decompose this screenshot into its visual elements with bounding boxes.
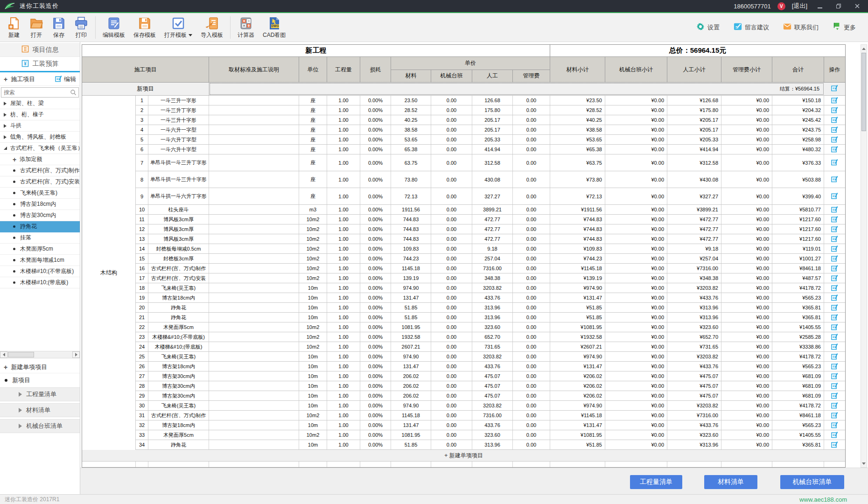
toolbar-button-edit-template[interactable]: 编辑模板 — [98, 14, 129, 41]
tree-item[interactable]: 戗角、博风板、封檐板 — [0, 132, 80, 143]
row-edit-button[interactable] — [824, 115, 845, 125]
row-edit-button[interactable] — [824, 293, 845, 302]
toolbar-button-save-template[interactable]: 保存模板 — [129, 14, 160, 41]
vip-badge[interactable]: V — [777, 2, 785, 10]
toolbar-button-mail[interactable]: 联系我们 — [783, 22, 819, 32]
tree-item[interactable]: 飞来椅(吴王靠) — [0, 188, 80, 199]
toolbar-button-gear[interactable]: 设置 — [696, 22, 720, 32]
toolbar-button-save[interactable]: 保存 — [48, 14, 70, 41]
row-edit-button[interactable] — [824, 332, 845, 342]
tree-item[interactable]: 博古架18cm内 — [0, 199, 80, 210]
sidebar-item-quantity-list[interactable]: 工程量清单 — [0, 387, 80, 401]
row-edit-button[interactable] — [824, 362, 845, 371]
table-row[interactable]: 29博古架30cm内10m1.000.00%206.020.00475.070.… — [136, 391, 845, 401]
toolbar-button-import-template[interactable]: 导入模板 — [196, 14, 227, 41]
row-edit-button[interactable] — [824, 430, 845, 440]
sidebar-horizontal-scrollbar[interactable] — [0, 351, 80, 358]
restore-button[interactable] — [833, 1, 845, 11]
minimize-button[interactable] — [814, 1, 826, 11]
project-summary-row[interactable]: 新项目 结算：¥56964.15 — [82, 83, 845, 96]
row-edit-button[interactable] — [824, 171, 845, 188]
table-row[interactable]: 16古式栏杆(宫、万式)制作10m21.000.00%1145.180.0073… — [136, 264, 845, 273]
scroll-down-button[interactable] — [861, 460, 867, 467]
tree-item[interactable]: 枋、桁、椽子 — [0, 109, 80, 120]
scroll-left-button[interactable] — [0, 351, 7, 358]
add-construction-item-button[interactable]: 施工项目 — [11, 75, 35, 84]
row-edit-button[interactable] — [824, 342, 845, 351]
toolbar-button-new-doc[interactable]: 新建 — [3, 14, 25, 41]
row-edit-button[interactable] — [824, 254, 845, 263]
scroll-up-button[interactable] — [861, 45, 867, 52]
table-row[interactable]: 18飞来椅(吴王靠)10m1.000.00%974.900.003203.820… — [136, 283, 845, 293]
table-row[interactable]: 34踭角花10m1.000.00%51.850.00313.960.00¥51.… — [136, 440, 845, 450]
table-row[interactable]: 20踭角花10m1.000.00%51.850.00313.960.00¥51.… — [136, 303, 845, 313]
row-edit-button[interactable] — [824, 420, 845, 430]
table-row[interactable]: 30飞来椅(吴王靠)10m1.000.00%974.900.003203.820… — [136, 401, 845, 411]
table-row[interactable]: 5一斗六升丁字型座1.000.00%53.650.00205.330.00¥53… — [136, 135, 845, 145]
tree-item[interactable]: 屋架、柱、梁 — [0, 98, 80, 109]
row-edit-button[interactable] — [824, 135, 845, 144]
tree-item-selected[interactable]: 踭角花 — [0, 221, 80, 232]
table-row[interactable]: 1一斗三升一字形座1.000.00%23.500.00126.680.00¥23… — [136, 96, 845, 105]
row-edit-button[interactable] — [824, 205, 845, 214]
project-row-settlement-cell[interactable]: 结算：¥56964.15 — [209, 83, 824, 95]
row-edit-button[interactable] — [824, 264, 845, 273]
scroll-right-button[interactable] — [72, 351, 80, 358]
row-edit-button[interactable] — [824, 303, 845, 312]
toolbar-button-cad-viewer[interactable]: DWGCAD看图 — [259, 14, 290, 41]
row-edit-button[interactable] — [824, 234, 845, 244]
row-edit-button[interactable] — [824, 401, 845, 410]
tree-item[interactable]: 木凳面厚5cm — [0, 244, 80, 255]
table-vertical-scrollbar[interactable] — [861, 44, 867, 468]
toolbar-button-open-folder[interactable]: 打开 — [25, 14, 48, 41]
row-edit-button[interactable] — [824, 313, 845, 322]
row-edit-button[interactable] — [824, 283, 845, 293]
row-edit-button[interactable] — [824, 273, 845, 283]
table-row[interactable]: 11博风板3cm厚10m21.000.00%744.830.00472.770.… — [136, 215, 845, 224]
table-row[interactable]: 23木楼梯&#10;(不带底板)10m21.000.00%1932.580.00… — [136, 332, 845, 342]
row-edit-button[interactable] — [824, 411, 845, 420]
toolbar-button-open-template[interactable]: 打开模板 — [160, 14, 196, 41]
add-single-project-button[interactable]: + 新建单项项目 — [0, 361, 80, 373]
project-row-edit-button[interactable] — [824, 83, 845, 95]
row-edit-button[interactable] — [824, 105, 845, 115]
row-edit-button[interactable] — [824, 96, 845, 105]
tree-item[interactable]: 木凳面每增减1cm — [0, 255, 80, 266]
table-row[interactable]: 21踭角花10m1.000.00%51.850.00313.960.00¥51.… — [136, 313, 845, 322]
tree-item[interactable]: 古式栏杆(宫、万式)制作 — [0, 165, 80, 176]
tree-item[interactable]: 木楼梯#10;(不带底板) — [0, 266, 80, 277]
material-list-button[interactable]: 材料清单 — [704, 475, 757, 489]
row-edit-button[interactable] — [824, 440, 845, 449]
toolbar-button-feedback[interactable]: 留言建议 — [734, 22, 769, 32]
row-edit-button[interactable] — [824, 145, 845, 154]
sidebar-item-machine-list[interactable]: 机械台班清单 — [0, 419, 80, 433]
table-row[interactable]: 2一斗三升丁字形座1.000.00%28.520.00175.800.00¥28… — [136, 105, 845, 115]
row-edit-button[interactable] — [824, 224, 845, 234]
edit-tree-button[interactable]: 编辑 — [55, 75, 76, 84]
tree-item[interactable]: +添加定额 — [0, 154, 80, 165]
row-edit-button[interactable] — [824, 244, 845, 253]
table-row[interactable]: 13博风板3cm厚10m21.000.00%744.830.00472.770.… — [136, 234, 845, 244]
table-row[interactable]: 17古式栏杆(宫、万式)安装10m21.000.00%139.190.00348… — [136, 273, 845, 283]
table-row[interactable]: 4一斗六升一字型座1.000.00%38.580.00205.170.00¥38… — [136, 125, 845, 135]
tab-budget[interactable]: ¥ 工装预算 — [0, 57, 80, 71]
table-row[interactable]: 15封檐板3cm厚10m21.000.00%744.230.00257.040.… — [136, 254, 845, 264]
tab-project-info[interactable]: 项目信息 — [0, 43, 80, 57]
row-edit-button[interactable] — [824, 125, 845, 134]
row-edit-button[interactable] — [824, 215, 845, 224]
table-row[interactable]: 25飞来椅(吴王靠)10m1.000.00%974.900.003203.820… — [136, 352, 845, 362]
table-row[interactable]: 14封檐板每增减0.5cm10m21.000.00%109.830.009.18… — [136, 244, 845, 254]
row-edit-button[interactable] — [824, 352, 845, 361]
row-edit-button[interactable] — [824, 154, 845, 171]
search-input[interactable] — [1, 87, 79, 98]
row-edit-button[interactable] — [824, 188, 845, 204]
close-button[interactable] — [851, 1, 863, 11]
row-edit-button[interactable] — [824, 391, 845, 400]
tree-item[interactable]: 博古架30cm内 — [0, 210, 80, 221]
table-row[interactable]: 31古式栏杆(宫、万式)制作10m21.000.00%1145.180.0073… — [136, 411, 845, 420]
quantity-list-button[interactable]: 工程量清单 — [630, 475, 682, 489]
tree-item[interactable]: 木楼梯#10;(带底板) — [0, 277, 80, 288]
toolbar-button-calculator[interactable]: 计算器 — [233, 14, 259, 41]
table-row[interactable]: 7单昂斗拱一斗三升丁字形座1.000.00%63.750.00312.580.0… — [136, 154, 845, 171]
row-edit-button[interactable] — [824, 322, 845, 332]
